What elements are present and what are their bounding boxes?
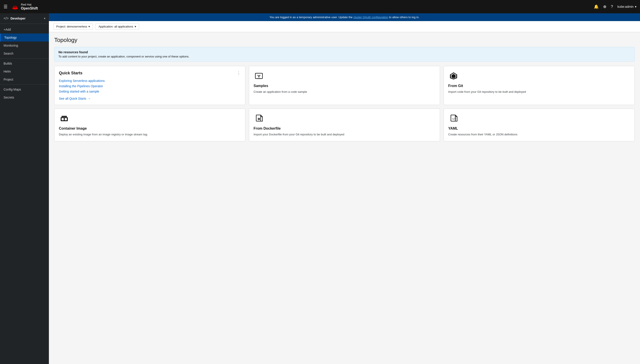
info-banner-text-before: You are logged in as a temporary adminis… <box>270 16 353 19</box>
oauth-config-link[interactable]: cluster OAuth configuration <box>353 16 388 19</box>
cards-grid: Quick Starts ⋮ Exploring Serverless appl… <box>54 66 635 142</box>
see-all-quickstarts-link[interactable]: See all Quick Starts → <box>59 97 241 100</box>
from-git-card[interactable]: From Git Import code from your Git repos… <box>444 66 635 105</box>
dockerfile-icon-svg <box>255 114 263 123</box>
perspective-switcher[interactable]: </> Developer ▾ <box>0 13 49 24</box>
top-navigation: ☰ Red Hat OpenShift 🔔 ⊕ ? kube:admin ▾ <box>0 0 640 13</box>
quickstarts-card[interactable]: Quick Starts ⋮ Exploring Serverless appl… <box>54 66 245 105</box>
application-dropdown-arrow: ▾ <box>135 25 136 28</box>
yaml-icon: </> <box>448 113 459 124</box>
svg-rect-10 <box>62 116 67 117</box>
svg-point-13 <box>259 118 259 120</box>
see-all-label: See all Quick Starts <box>59 97 86 100</box>
sidebar-link-search[interactable]: Search <box>0 50 49 58</box>
sidebar-divider-1 <box>0 58 49 58</box>
sidebar-link-helm[interactable]: Helm <box>0 68 49 76</box>
samples-icon <box>254 70 264 81</box>
container-icon-svg <box>60 114 69 123</box>
sidebar-link-monitoring[interactable]: Monitoring <box>0 42 49 50</box>
user-menu[interactable]: kube:admin ▾ <box>617 5 636 8</box>
page-title: Topology <box>54 36 635 44</box>
quickstarts-title: Quick Starts <box>59 71 82 76</box>
yaml-icon-svg: </> <box>449 114 458 123</box>
redhat-logo-icon <box>11 3 19 11</box>
qs-link-1[interactable]: Exploring Serverless applications <box>59 79 241 82</box>
from-git-desc: Import code from your Git repository to … <box>448 90 630 94</box>
main-layout: </> Developer ▾ +Add Topology Monitoring… <box>0 13 640 364</box>
sidebar-item-monitoring[interactable]: Monitoring <box>0 42 49 50</box>
svg-rect-9 <box>65 118 67 120</box>
samples-desc: Create an application from a code sample <box>254 90 435 94</box>
yaml-desc: Create resources from their YAML or JSON… <box>448 132 630 137</box>
qs-link-exploring[interactable]: Exploring Serverless applications <box>59 79 105 82</box>
perspective-icon: </> <box>4 16 9 20</box>
project-dropdown[interactable]: Project: demoserverless ▾ <box>53 23 93 30</box>
from-git-icon-svg <box>449 72 458 80</box>
sidebar-item-project[interactable]: Project <box>0 76 49 84</box>
application-dropdown-label: Application: all applications <box>98 25 133 28</box>
help-icon[interactable]: ? <box>611 4 613 9</box>
perspective-arrow: ▾ <box>44 17 45 20</box>
notification-icon[interactable]: 🔔 <box>594 4 599 9</box>
page-content: Topology No resources found To add conte… <box>49 32 640 364</box>
samples-icon-svg <box>255 72 263 80</box>
sidebar-item-configmaps[interactable]: Config Maps <box>0 86 49 94</box>
qs-link-2[interactable]: Installing the Pipelines Operator <box>59 84 241 88</box>
samples-card[interactable]: Samples Create an application from a cod… <box>249 66 440 105</box>
sidebar-item-add[interactable]: +Add <box>0 26 49 34</box>
svg-rect-1 <box>255 73 263 78</box>
user-dropdown-arrow: ▾ <box>635 5 636 8</box>
project-dropdown-label: Project: demoserverless <box>56 25 87 28</box>
topnav-icons: 🔔 ⊕ ? kube:admin ▾ <box>594 4 636 9</box>
quickstarts-links: Exploring Serverless applications Instal… <box>59 79 241 93</box>
project-dropdown-arrow: ▾ <box>88 25 90 28</box>
alert-title: No resources found <box>59 50 630 54</box>
sidebar-link-configmaps[interactable]: Config Maps <box>0 86 49 94</box>
perspective-label: Developer <box>11 17 44 20</box>
sidebar-link-project[interactable]: Project <box>0 76 49 84</box>
content-area: You are logged in as a temporary adminis… <box>49 13 640 364</box>
info-banner-text-after: to allow others to log in. <box>389 16 419 19</box>
from-git-icon <box>448 70 459 81</box>
from-git-name: From Git <box>448 84 630 88</box>
qs-link-sample[interactable]: Getting started with a sample <box>59 90 99 93</box>
sidebar-link-topology[interactable]: Topology <box>0 34 49 42</box>
sidebar-link-secrets[interactable]: Secrets <box>0 94 49 102</box>
yaml-name: YAML <box>448 126 630 130</box>
container-image-card[interactable]: Container Image Deploy an existing image… <box>54 108 245 142</box>
sidebar-item-builds[interactable]: Builds <box>0 60 49 68</box>
samples-name: Samples <box>254 84 435 88</box>
sidebar-item-helm[interactable]: Helm <box>0 68 49 76</box>
no-resources-alert: No resources found To add content to you… <box>54 47 635 62</box>
from-dockerfile-desc: Import your Dockerfile from your Git rep… <box>254 132 435 137</box>
qs-link-pipelines[interactable]: Installing the Pipelines Operator <box>59 84 103 88</box>
sidebar-link-builds[interactable]: Builds <box>0 60 49 68</box>
svg-rect-8 <box>62 118 64 120</box>
quickstarts-card-header: Quick Starts ⋮ <box>59 70 241 76</box>
yaml-card[interactable]: </> YAML Create resources from their YAM… <box>444 108 635 142</box>
add-icon[interactable]: ⊕ <box>603 4 606 9</box>
sidebar-item-secrets[interactable]: Secrets <box>0 94 49 102</box>
see-all-arrow: → <box>88 97 91 100</box>
from-dockerfile-card[interactable]: From Dockerfile Import your Dockerfile f… <box>249 108 440 142</box>
alert-body: To add content to your project, create a… <box>59 55 630 58</box>
svg-text:</>: </> <box>452 118 456 120</box>
user-label: kube:admin <box>617 5 633 8</box>
sidebar: </> Developer ▾ +Add Topology Monitoring… <box>0 13 49 364</box>
application-dropdown[interactable]: Application: all applications ▾ <box>96 23 139 30</box>
sidebar-divider-2 <box>0 84 49 84</box>
from-dockerfile-name: From Dockerfile <box>254 126 435 130</box>
sidebar-item-search[interactable]: Search <box>0 50 49 58</box>
container-image-name: Container Image <box>59 126 241 130</box>
sidebar-item-topology[interactable]: Topology <box>0 34 49 42</box>
sidebar-link-add[interactable]: +Add <box>0 26 49 34</box>
hamburger-menu-button[interactable]: ☰ <box>4 4 8 9</box>
qs-link-3[interactable]: Getting started with a sample <box>59 90 241 93</box>
container-image-icon <box>59 113 70 124</box>
toolbar-row: Project: demoserverless ▾ Application: a… <box>49 21 640 32</box>
brand-text: Red Hat OpenShift <box>21 3 38 11</box>
brand-openshift: OpenShift <box>21 6 38 10</box>
container-image-desc: Deploy an existing image from an image r… <box>59 132 241 137</box>
sidebar-nav: +Add Topology Monitoring Search Builds H… <box>0 24 49 103</box>
quickstarts-menu-icon[interactable]: ⋮ <box>237 70 241 76</box>
